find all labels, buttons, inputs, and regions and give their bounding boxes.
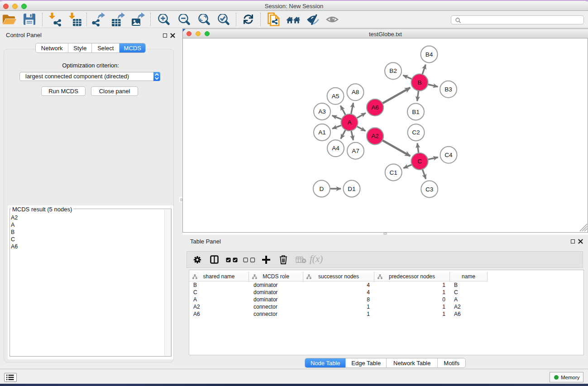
svg-text:A3: A3 [318,108,326,115]
svg-text:B4: B4 [425,51,433,58]
svg-text:C: C [417,158,422,165]
svg-text:A7: A7 [352,148,359,154]
svg-text:D: D [320,186,324,192]
svg-text:A: A [347,119,351,126]
svg-text:A8: A8 [352,89,359,95]
svg-text:C3: C3 [425,186,433,193]
svg-text:A4: A4 [332,145,339,152]
svg-text:B1: B1 [412,109,420,115]
svg-text:A1: A1 [318,129,326,136]
svg-text:B: B [417,79,421,86]
svg-text:C1: C1 [390,169,397,176]
svg-text:B2: B2 [389,67,397,74]
svg-text:A2: A2 [371,133,379,139]
svg-text:D1: D1 [348,186,355,192]
svg-text:A6: A6 [371,104,379,111]
svg-text:C2: C2 [412,129,420,136]
svg-text:B3: B3 [445,86,452,93]
svg-text:C4: C4 [445,152,453,158]
svg-text:A5: A5 [332,93,339,100]
